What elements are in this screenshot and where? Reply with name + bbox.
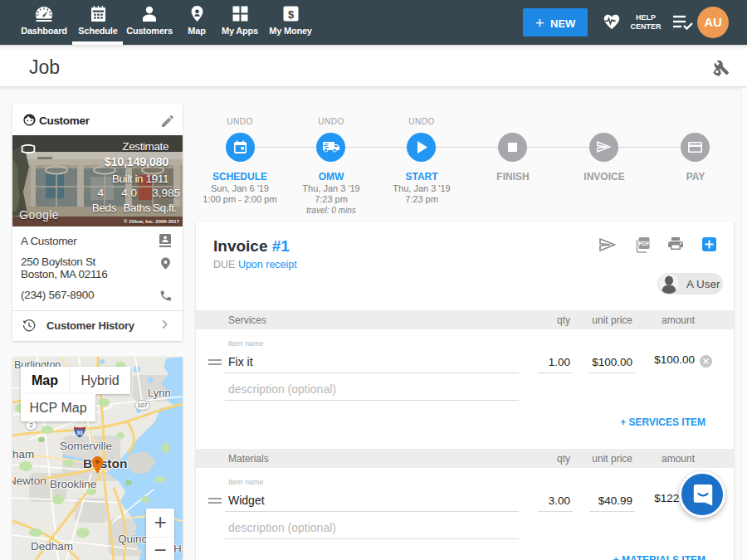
svg-text:2: 2 xyxy=(29,421,32,429)
svg-text:PDF: PDF xyxy=(639,241,650,246)
svg-text:93: 93 xyxy=(76,430,83,436)
svg-text:$: $ xyxy=(287,8,294,21)
svg-text:107: 107 xyxy=(137,402,148,409)
